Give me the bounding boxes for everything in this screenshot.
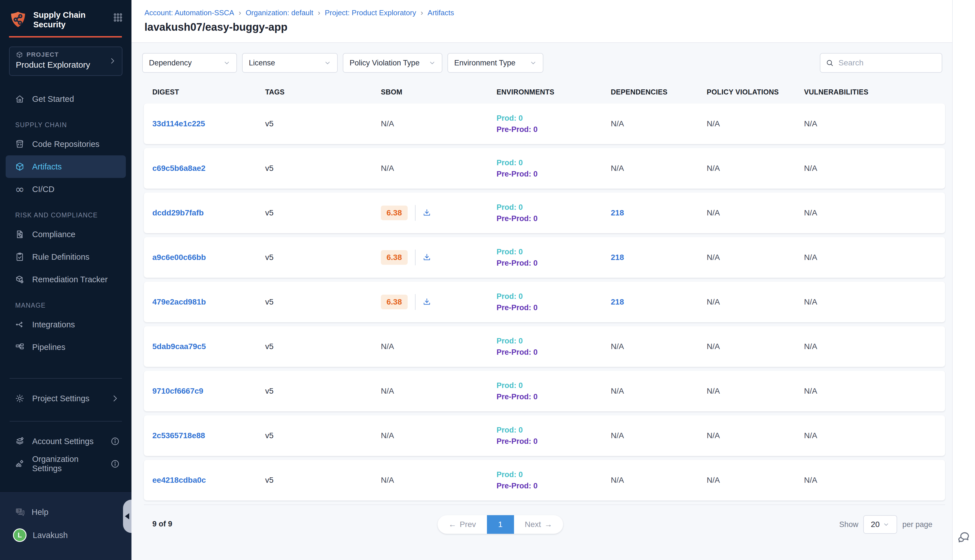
search-input[interactable] bbox=[838, 58, 932, 67]
integrations-icon bbox=[15, 320, 25, 329]
breadcrumb-link-account-automation-ssca[interactable]: Account: Automation-SSCA bbox=[144, 8, 234, 17]
sidebar-item-get-started[interactable]: Get Started bbox=[0, 88, 132, 110]
tag-value: v5 bbox=[265, 342, 381, 351]
sbom-score-badge: 6.38 bbox=[381, 295, 407, 309]
download-sbom-icon[interactable] bbox=[422, 297, 431, 307]
divider bbox=[415, 294, 416, 310]
page-size-control: Show 20 per page bbox=[839, 515, 932, 534]
info-icon[interactable] bbox=[110, 459, 120, 468]
digest-link[interactable]: dcdd29b7fafb bbox=[152, 208, 204, 217]
pager: ← Prev 1 Next → bbox=[437, 515, 563, 534]
column-header-sbom: SBOM bbox=[381, 88, 496, 96]
digest-link[interactable]: c69c5b6a8ae2 bbox=[152, 164, 205, 173]
digest-link[interactable]: 33d114e1c225 bbox=[152, 119, 205, 128]
download-sbom-icon[interactable] bbox=[422, 208, 431, 217]
nav-section-manage: MANAGE bbox=[0, 297, 132, 313]
sbom-cell: N/A bbox=[381, 164, 496, 173]
show-label: Show bbox=[839, 520, 858, 529]
sidebar-item-compliance[interactable]: Compliance bbox=[0, 223, 132, 246]
nav-section-risk-and-compliance: RISK AND COMPLIANCE bbox=[0, 207, 132, 223]
policy-violations-value: N/A bbox=[707, 253, 804, 262]
breadcrumb-link-organization-default[interactable]: Organization: default bbox=[246, 8, 314, 17]
clipboard-check-icon bbox=[15, 252, 25, 262]
digest-link[interactable]: 9710cf6667c9 bbox=[152, 387, 204, 395]
environments-cell: Prod: 0Pre-Prod: 0 bbox=[496, 337, 611, 357]
pagination: 9 of 9 ← Prev 1 Next → Show 20 per page bbox=[152, 515, 932, 534]
page-1-button[interactable]: 1 bbox=[487, 515, 514, 534]
sidebar-item-pipelines[interactable]: Pipelines bbox=[0, 336, 132, 358]
sidebar-item-integrations[interactable]: Integrations bbox=[0, 313, 132, 336]
filter-dependency[interactable]: Dependency bbox=[142, 53, 237, 73]
filter-label: Dependency bbox=[149, 58, 192, 67]
table-row: 2c5365718e88v5N/AProd: 0Pre-Prod: 0N/AN/… bbox=[144, 415, 945, 456]
next-page-button[interactable]: Next → bbox=[514, 515, 563, 534]
table-bottom-border bbox=[144, 505, 945, 505]
breadcrumb-link-artifacts[interactable]: Artifacts bbox=[428, 8, 454, 17]
sidebar-collapse-handle[interactable] bbox=[123, 500, 132, 533]
sbom-na: N/A bbox=[381, 387, 394, 396]
sidebar-item-code-repositories[interactable]: Code Repositories bbox=[0, 133, 132, 155]
filter-label: Environment Type bbox=[454, 58, 516, 67]
digest-link[interactable]: 2c5365718e88 bbox=[152, 431, 205, 440]
filter-environment-type[interactable]: Environment Type bbox=[447, 53, 543, 73]
avatar: L bbox=[13, 528, 27, 542]
project-selector-label: PROJECT bbox=[27, 51, 59, 58]
vulnerabilities-value: N/A bbox=[804, 342, 945, 351]
app-title: Supply Chain Security bbox=[33, 10, 92, 29]
sidebar-item-ci-cd[interactable]: ∞CI/CD bbox=[0, 178, 132, 200]
breadcrumb-separator: › bbox=[421, 8, 423, 17]
divider bbox=[10, 378, 122, 379]
sidebar-nav: Get StartedSUPPLY CHAINCode Repositories… bbox=[0, 88, 132, 358]
sbom-cell: N/A bbox=[381, 431, 496, 440]
info-icon[interactable] bbox=[110, 437, 120, 446]
sidebar-item-rule-definitions[interactable]: Rule Definitions bbox=[0, 246, 132, 268]
environments-cell: Prod: 0Pre-Prod: 0 bbox=[496, 292, 611, 312]
chevron-right-icon bbox=[110, 393, 120, 403]
digest-link[interactable]: 5dab9caa79c5 bbox=[152, 342, 206, 351]
doc-search-icon bbox=[15, 230, 25, 239]
download-sbom-icon[interactable] bbox=[422, 253, 431, 262]
user-menu[interactable]: L Lavakush bbox=[0, 528, 132, 542]
sbom-na: N/A bbox=[381, 431, 394, 440]
sbom-na: N/A bbox=[381, 342, 394, 351]
table-row: 9710cf6667c9v5N/AProd: 0Pre-Prod: 0N/AN/… bbox=[144, 371, 945, 412]
grid-dots-icon[interactable] bbox=[113, 12, 123, 23]
prev-page-button[interactable]: ← Prev bbox=[437, 515, 487, 534]
digest-link[interactable]: ee4218cdba0c bbox=[152, 476, 206, 485]
arrow-left-icon: ← bbox=[448, 520, 456, 529]
dependencies-link[interactable]: 218 bbox=[611, 253, 624, 262]
dependencies-link[interactable]: 218 bbox=[611, 208, 624, 217]
main-content: Account: Automation-SSCA›Organization: d… bbox=[132, 0, 953, 560]
sidebar-item-organization-settings[interactable]: Organization Settings bbox=[0, 453, 132, 475]
breadcrumb-link-project-product-exploratory[interactable]: Project: Product Exploratory bbox=[325, 8, 416, 17]
sidebar-item-remediation-tracker[interactable]: Remediation Tracker bbox=[0, 268, 132, 291]
tag-value: v5 bbox=[265, 253, 381, 262]
sidebar-item-help[interactable]: ? Help bbox=[0, 502, 132, 522]
filter-license[interactable]: License bbox=[242, 53, 338, 73]
sidebar-bottom-panel: ? Help L Lavakush bbox=[0, 491, 132, 560]
sbom-cell: N/A bbox=[381, 476, 496, 485]
sidebar-item-label: Organization Settings bbox=[32, 455, 110, 473]
home-icon bbox=[15, 94, 25, 104]
project-selector-name: Product Exploratory bbox=[16, 60, 116, 70]
sbom-cell: N/A bbox=[381, 119, 496, 128]
vulnerabilities-value: N/A bbox=[804, 476, 945, 485]
digest-link[interactable]: 479e2acd981b bbox=[152, 297, 206, 306]
tag-value: v5 bbox=[265, 208, 381, 217]
sidebar-item-artifacts[interactable]: Artifacts bbox=[6, 155, 126, 178]
sidebar-item-account-settings[interactable]: Account Settings bbox=[0, 430, 132, 453]
user-name: Lavakush bbox=[33, 531, 68, 540]
chat-bubbles-icon[interactable] bbox=[957, 530, 970, 544]
project-selector[interactable]: PROJECT Product Exploratory bbox=[9, 47, 122, 76]
sidebar: Supply Chain Security PROJECT Product Ex… bbox=[0, 0, 132, 560]
sidebar-item-label: Pipelines bbox=[32, 343, 65, 352]
sidebar-item-project-settings[interactable]: Project Settings bbox=[0, 387, 132, 410]
dependencies-link[interactable]: 218 bbox=[611, 297, 624, 306]
page-size-select[interactable]: 20 bbox=[863, 515, 897, 534]
digest-link[interactable]: a9c6e00c66bb bbox=[152, 253, 206, 262]
scs-shield-icon bbox=[9, 10, 27, 29]
vulnerabilities-value: N/A bbox=[804, 387, 945, 396]
filter-policy-violation-type[interactable]: Policy Violation Type bbox=[343, 53, 442, 73]
sidebar-item-label: Compliance bbox=[32, 230, 75, 239]
collapse-arrow-icon bbox=[125, 513, 129, 519]
